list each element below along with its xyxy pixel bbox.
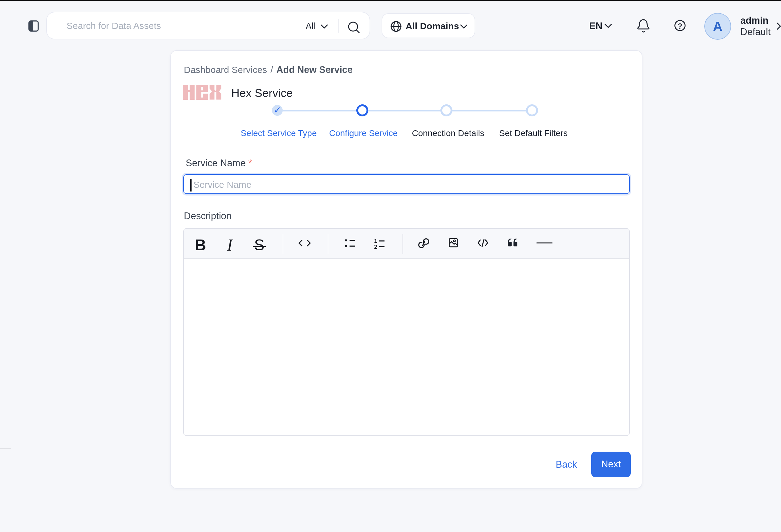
svg-text:1: 1 [374,238,378,244]
svg-text:2: 2 [374,243,378,250]
svg-text:?: ? [678,22,683,30]
